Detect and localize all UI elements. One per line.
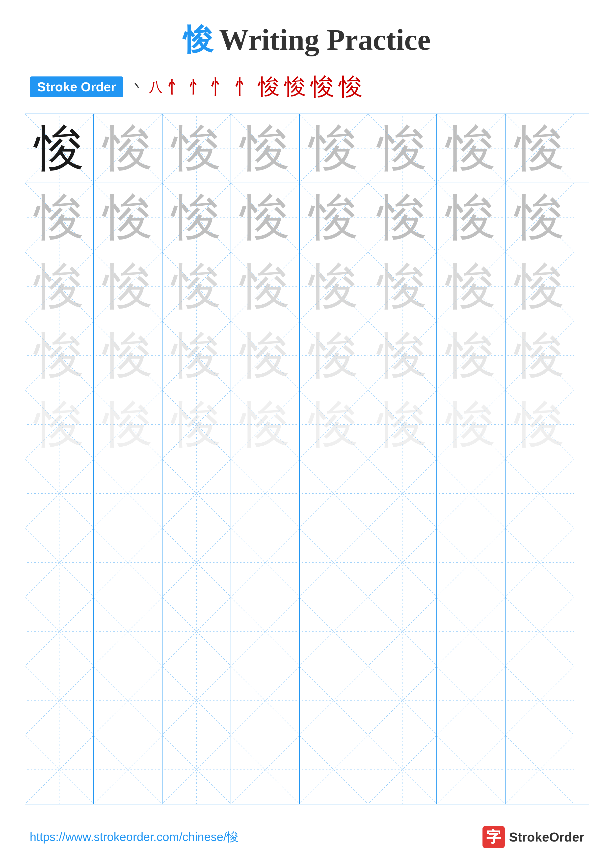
grid-cell-5-0[interactable] [25, 459, 94, 528]
grid-cell-6-0[interactable] [25, 528, 94, 597]
grid-cell-9-6[interactable] [437, 735, 505, 804]
stroke-5: 忄 [210, 77, 229, 97]
grid-cell-5-4[interactable] [300, 459, 368, 528]
practice-grid[interactable]: 悛悛悛悛悛悛悛悛悛悛悛悛悛悛悛悛悛悛悛悛悛悛悛悛悛悛悛悛悛悛悛悛悛悛悛悛悛悛悛悛 [25, 113, 589, 804]
grid-cell-3-0[interactable]: 悛 [25, 321, 94, 390]
grid-row-1[interactable]: 悛悛悛悛悛悛悛悛 [25, 183, 589, 252]
grid-cell-1-2[interactable]: 悛 [162, 183, 231, 252]
grid-cell-2-7[interactable]: 悛 [505, 252, 574, 321]
grid-cell-9-7[interactable] [505, 735, 574, 804]
grid-cell-7-4[interactable] [300, 597, 368, 666]
grid-row-7[interactable] [25, 597, 589, 666]
grid-cell-2-1[interactable]: 悛 [94, 252, 162, 321]
grid-cell-3-5[interactable]: 悛 [368, 321, 437, 390]
grid-cell-7-0[interactable] [25, 597, 94, 666]
grid-cell-1-6[interactable]: 悛 [437, 183, 505, 252]
grid-cell-5-1[interactable] [94, 459, 162, 528]
grid-cell-1-0[interactable]: 悛 [25, 183, 94, 252]
grid-cell-7-1[interactable] [94, 597, 162, 666]
grid-row-3[interactable]: 悛悛悛悛悛悛悛悛 [25, 321, 589, 390]
grid-cell-6-5[interactable] [368, 528, 437, 597]
grid-cell-8-7[interactable] [505, 666, 574, 735]
grid-cell-1-5[interactable]: 悛 [368, 183, 437, 252]
grid-row-6[interactable] [25, 528, 589, 597]
grid-cell-5-2[interactable] [162, 459, 231, 528]
grid-cell-5-3[interactable] [231, 459, 300, 528]
grid-cell-1-1[interactable]: 悛 [94, 183, 162, 252]
grid-cell-6-3[interactable] [231, 528, 300, 597]
grid-cell-8-5[interactable] [368, 666, 437, 735]
grid-row-0[interactable]: 悛悛悛悛悛悛悛悛 [25, 114, 589, 183]
grid-cell-9-3[interactable] [231, 735, 300, 804]
logo-icon: 字 [482, 826, 505, 848]
grid-cell-7-6[interactable] [437, 597, 505, 666]
grid-cell-0-6[interactable]: 悛 [437, 114, 505, 183]
grid-cell-9-1[interactable] [94, 735, 162, 804]
grid-cell-0-0[interactable]: 悛 [25, 114, 94, 183]
grid-cell-5-5[interactable] [368, 459, 437, 528]
grid-cell-4-2[interactable]: 悛 [162, 390, 231, 459]
grid-cell-0-3[interactable]: 悛 [231, 114, 300, 183]
grid-cell-3-4[interactable]: 悛 [300, 321, 368, 390]
grid-cell-0-4[interactable]: 悛 [300, 114, 368, 183]
grid-cell-0-7[interactable]: 悛 [505, 114, 574, 183]
grid-cell-7-7[interactable] [505, 597, 574, 666]
grid-cell-2-6[interactable]: 悛 [437, 252, 505, 321]
grid-cell-2-4[interactable]: 悛 [300, 252, 368, 321]
grid-cell-4-4[interactable]: 悛 [300, 390, 368, 459]
svg-line-124 [437, 598, 505, 666]
grid-cell-5-7[interactable] [505, 459, 574, 528]
grid-cell-6-2[interactable] [162, 528, 231, 597]
grid-cell-6-6[interactable] [437, 528, 505, 597]
grid-cell-9-4[interactable] [300, 735, 368, 804]
grid-cell-9-0[interactable] [25, 735, 94, 804]
grid-cell-4-6[interactable]: 悛 [437, 390, 505, 459]
grid-cell-0-1[interactable]: 悛 [94, 114, 162, 183]
stroke-order-section: Stroke Order 丶 八 忄 忄 忄 忄 悛 悛 悛 悛 [0, 75, 614, 113]
grid-cell-7-3[interactable] [231, 597, 300, 666]
grid-cell-3-1[interactable]: 悛 [94, 321, 162, 390]
grid-cell-4-5[interactable]: 悛 [368, 390, 437, 459]
footer-url[interactable]: https://www.strokeorder.com/chinese/悛 [30, 829, 238, 845]
grid-row-9[interactable] [25, 735, 589, 804]
grid-cell-5-6[interactable] [437, 459, 505, 528]
grid-row-8[interactable] [25, 666, 589, 735]
grid-cell-7-2[interactable] [162, 597, 231, 666]
grid-cell-2-3[interactable]: 悛 [231, 252, 300, 321]
grid-cell-8-3[interactable] [231, 666, 300, 735]
grid-cell-3-6[interactable]: 悛 [437, 321, 505, 390]
grid-cell-1-7[interactable]: 悛 [505, 183, 574, 252]
grid-cell-8-1[interactable] [94, 666, 162, 735]
grid-cell-1-3[interactable]: 悛 [231, 183, 300, 252]
grid-cell-6-1[interactable] [94, 528, 162, 597]
svg-line-146 [94, 736, 162, 804]
grid-cell-7-5[interactable] [368, 597, 437, 666]
grid-row-5[interactable] [25, 459, 589, 528]
grid-row-4[interactable]: 悛悛悛悛悛悛悛悛 [25, 390, 589, 459]
grid-cell-2-5[interactable]: 悛 [368, 252, 437, 321]
grid-cell-3-3[interactable]: 悛 [231, 321, 300, 390]
grid-cell-8-0[interactable] [25, 666, 94, 735]
grid-cell-8-4[interactable] [300, 666, 368, 735]
grid-cell-4-7[interactable]: 悛 [505, 390, 574, 459]
grid-cell-1-4[interactable]: 悛 [300, 183, 368, 252]
grid-cell-3-2[interactable]: 悛 [162, 321, 231, 390]
grid-cell-0-2[interactable]: 悛 [162, 114, 231, 183]
grid-cell-6-7[interactable] [505, 528, 574, 597]
svg-line-84 [162, 459, 231, 527]
svg-line-109 [437, 529, 505, 597]
grid-cell-9-5[interactable] [368, 735, 437, 804]
grid-cell-9-2[interactable] [162, 735, 231, 804]
svg-line-155 [368, 736, 437, 804]
grid-cell-4-0[interactable]: 悛 [25, 390, 94, 459]
grid-cell-8-2[interactable] [162, 666, 231, 735]
grid-cell-4-1[interactable]: 悛 [94, 390, 162, 459]
grid-cell-6-4[interactable] [300, 528, 368, 597]
grid-cell-2-2[interactable]: 悛 [162, 252, 231, 321]
grid-cell-4-3[interactable]: 悛 [231, 390, 300, 459]
grid-cell-8-6[interactable] [437, 666, 505, 735]
grid-cell-0-5[interactable]: 悛 [368, 114, 437, 183]
grid-row-2[interactable]: 悛悛悛悛悛悛悛悛 [25, 252, 589, 321]
grid-cell-2-0[interactable]: 悛 [25, 252, 94, 321]
grid-cell-3-7[interactable]: 悛 [505, 321, 574, 390]
